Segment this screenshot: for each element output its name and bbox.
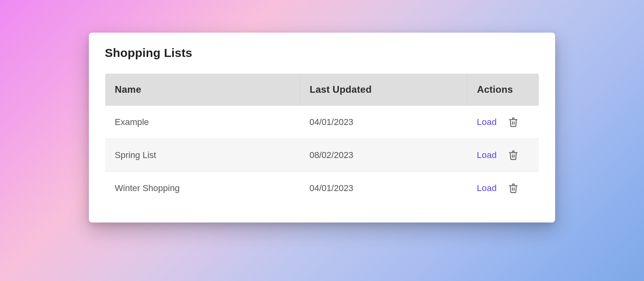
list-actions: Load (467, 106, 539, 139)
list-actions: Load (467, 139, 539, 172)
delete-button[interactable] (507, 116, 519, 128)
delete-button[interactable] (507, 182, 519, 194)
table-row: Winter Shopping04/01/2023Load (105, 172, 539, 205)
column-header-updated: Last Updated (300, 74, 467, 106)
list-name: Example (105, 106, 300, 139)
column-header-name: Name (105, 74, 300, 106)
column-header-actions: Actions (467, 74, 539, 106)
shopping-lists-card: Shopping Lists Name Last Updated Actions… (89, 33, 555, 222)
table-row: Spring List08/02/2023Load (105, 139, 539, 172)
load-button[interactable]: Load (477, 150, 497, 160)
list-name: Winter Shopping (105, 172, 300, 205)
list-updated: 04/01/2023 (300, 106, 467, 139)
list-actions: Load (467, 172, 539, 205)
trash-icon (508, 150, 518, 160)
list-updated: 08/02/2023 (300, 139, 467, 172)
list-updated: 04/01/2023 (300, 172, 467, 205)
trash-icon (508, 117, 518, 127)
delete-button[interactable] (507, 149, 519, 161)
load-button[interactable]: Load (477, 183, 497, 193)
trash-icon (508, 183, 518, 193)
list-name: Spring List (105, 139, 300, 172)
shopping-lists-table: Name Last Updated Actions Example04/01/2… (105, 73, 539, 205)
table-row: Example04/01/2023Load (105, 106, 539, 139)
load-button[interactable]: Load (477, 117, 497, 127)
card-title: Shopping Lists (105, 46, 539, 60)
